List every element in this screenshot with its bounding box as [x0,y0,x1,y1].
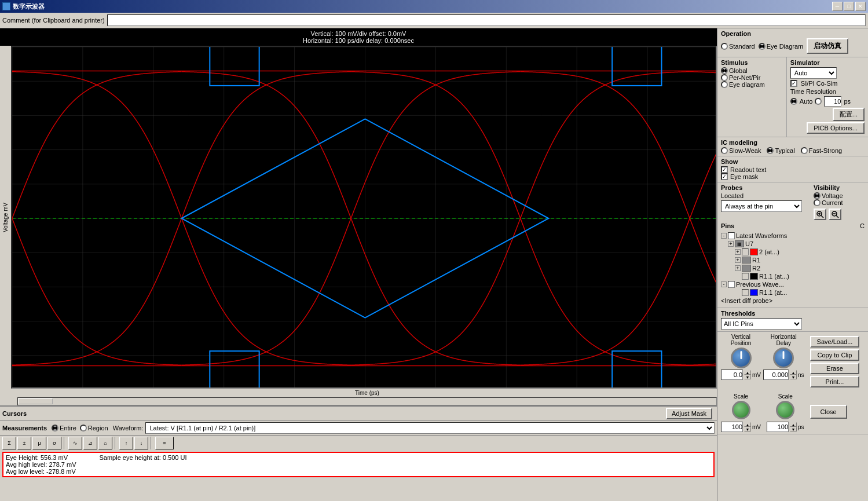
toolbar-btn-9[interactable]: ↓ [134,437,148,449]
toolbar-btn-1[interactable]: Σ [2,437,16,449]
fast-strong-radio-btn[interactable] [801,147,808,154]
save-load-button[interactable]: Save/Load... [810,336,860,348]
horizontal-delay-input[interactable] [763,370,789,380]
tree-item-r11-prev[interactable]: R1.1 (at... [721,288,865,297]
tree-item-latest[interactable]: - Latest Waveforms [721,232,865,240]
region-radio[interactable]: Region [80,425,108,431]
horizontal-scale-knob[interactable] [776,401,794,419]
waveform-dropdown[interactable]: Latest: V [R1.1 (at pin) / R2.1 (at pin)… [145,422,715,434]
eye-diagram-radio[interactable]: Eye Diagram [759,43,804,50]
manual-time-res-radio[interactable] [815,98,822,105]
toolbar-btn-3[interactable]: μ [32,437,46,449]
vertical-position-knob[interactable] [731,348,752,368]
current-radio-btn[interactable] [814,199,821,206]
thresholds-section: Thresholds All IC Pins [717,308,868,332]
adjust-mask-button[interactable]: Adjust Mask [666,408,712,419]
eye-mask-checkbox-row[interactable]: Eye mask [721,173,865,180]
tree-item-u7[interactable]: + ▦ U7 [721,240,865,248]
start-sim-button[interactable]: 启动仿真 [807,38,848,54]
standard-radio[interactable]: Standard [721,43,755,50]
entire-radio[interactable]: Entire [52,425,76,431]
typical-radio-btn[interactable] [767,147,774,154]
per-net-radio[interactable]: Per-Net/Pir [721,74,783,81]
toolbar-btn-2[interactable]: ± [17,437,31,449]
zoom-in-button[interactable] [814,209,826,220]
visibility-title: Visibility [814,184,843,191]
pins-label: Pins [721,222,734,229]
spin-up[interactable]: ▲ [744,370,751,375]
readout-text-checkbox[interactable] [721,166,728,173]
voltage-radio-btn[interactable] [814,192,821,199]
slow-weak-radio-btn[interactable] [721,147,728,154]
vertical-scale-group: Scale ▲ ▼ mV [721,393,761,432]
standard-radio-btn[interactable] [721,43,728,50]
global-radio-btn[interactable] [721,67,728,74]
eye-mask-checkbox[interactable] [721,173,728,180]
zoom-out-button[interactable] [829,209,841,220]
tree-item-2at[interactable]: + 2 (at...) [721,248,865,256]
vertical-scale-knob[interactable] [732,401,750,419]
tree-item-previous[interactable]: - Previous Wave... [721,280,865,288]
plot-scrollbar[interactable] [17,397,717,405]
measurements-scope-group: Entire Region [52,425,108,431]
typical-radio[interactable]: Typical [767,147,794,154]
horizontal-delay-knob[interactable] [773,348,794,368]
eye-diagram-stim-radio[interactable]: Eye diagram [721,81,783,88]
global-radio[interactable]: Global [721,67,783,74]
vertical-pos-spin[interactable]: ▲ ▼ [744,370,751,379]
spin-up-h[interactable]: ▲ [790,370,797,375]
sipi-cosim-checkbox[interactable] [790,80,797,87]
vertical-scale-spin[interactable]: ▲ ▼ [744,422,751,431]
current-radio[interactable]: Current [814,199,843,206]
print-button[interactable]: Print... [810,376,860,387]
simulator-auto-select[interactable]: Auto [790,67,837,79]
toolbar-sep-1 [64,437,66,449]
probes-located-dropdown[interactable]: Always at the pin [721,200,802,212]
maximize-button[interactable]: □ [844,2,854,11]
toolbar-btn-6[interactable]: ⊿ [83,437,97,449]
minimize-button[interactable]: ─ [832,2,843,11]
vertical-position-input[interactable] [721,370,743,380]
time-res-input[interactable] [824,96,841,107]
voltage-radio[interactable]: Voltage [814,192,843,199]
app-title: 数字示波器 [13,2,45,11]
spin-down-h[interactable]: ▼ [790,375,797,379]
tree-item-r1[interactable]: + R1 [721,256,865,264]
tree-item-r11-latest[interactable]: R1.1 (at...) [721,272,865,280]
horizontal-scale-spin[interactable]: ▲ ▼ [790,422,797,431]
spin-down[interactable]: ▼ [744,375,751,379]
horizontal-scale-input[interactable] [767,422,789,432]
color-swatch-black [750,273,758,280]
copy-to-clip-button[interactable]: Copy to Clip [810,349,860,361]
plot-header: Vertical: 100 mV/div offset: 0.0mV Horiz… [0,28,717,46]
plot-canvas[interactable] [11,46,717,389]
thresholds-dropdown[interactable]: All IC Pins [721,318,802,330]
readout-text-checkbox-row[interactable]: Readout text [721,166,865,173]
tree-item-r2[interactable]: + R2 [721,264,865,272]
close-button[interactable]: ✕ [855,2,866,11]
close-button-rp[interactable]: Close [810,405,847,419]
region-radio-btn[interactable] [80,425,87,431]
fast-strong-radio[interactable]: Fast-Strong [801,147,842,154]
slow-weak-radio[interactable]: Slow-Weak [721,147,761,154]
r2-icon [742,265,751,272]
per-net-radio-btn[interactable] [721,74,728,81]
picb-options-button[interactable]: PICB Options... [807,122,865,134]
scrollbar-thumb[interactable] [18,398,53,404]
toolbar-btn-5[interactable]: ∿ [68,437,82,449]
toolbar-btn-8[interactable]: ↑ [119,437,133,449]
auto-time-res-radio[interactable] [790,98,797,105]
vertical-scale-input[interactable] [721,422,743,432]
eye-diagram-stim-radio-btn[interactable] [721,81,728,88]
config-button[interactable]: 配置... [833,108,865,121]
entire-radio-btn[interactable] [52,425,58,431]
eye-diagram-radio-btn[interactable] [759,43,766,50]
u7-icon: ▦ [735,240,744,247]
toolbar-btn-10[interactable]: ≡ [155,437,174,449]
horizontal-delay-spin[interactable]: ▲ ▼ [790,370,797,379]
comment-input[interactable] [107,14,866,26]
toolbar-btn-7[interactable]: ⌂ [98,437,112,449]
insert-diff-probe[interactable]: <Insert diff probe> [721,297,865,305]
toolbar-btn-4[interactable]: σ [47,437,61,449]
erase-button[interactable]: Erase [810,363,860,374]
